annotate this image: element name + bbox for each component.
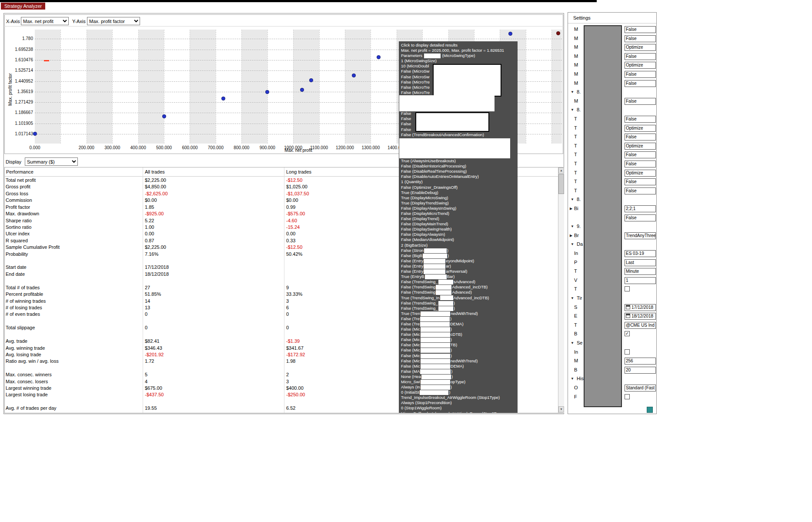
collapse-arrow-icon[interactable]: ▼: [571, 296, 574, 300]
accent-swatch[interactable]: [647, 407, 653, 413]
redaction-gap: [424, 54, 441, 58]
y-axis-title: Max. profit factor: [8, 74, 13, 106]
tooltip-line: False (EntryeyondMidpoint): [401, 258, 518, 264]
table-scrollbar[interactable]: ▲ ▼: [558, 167, 564, 413]
perf-label-cell: Probability: [6, 251, 140, 258]
scatter-point[interactable]: [377, 55, 381, 59]
y-tick-label: 1.017143: [11, 131, 33, 136]
settings-value-box[interactable]: False: [625, 116, 656, 123]
x-tick-label: 1300.000: [358, 145, 384, 150]
scatter-point[interactable]: [508, 32, 512, 36]
settings-value-box[interactable]: False: [625, 26, 656, 33]
tooltip-line: Always (Stop1Precondition): [401, 400, 518, 405]
settings-value-box[interactable]: @CME US Ind: [625, 322, 656, 329]
redaction-gap: [440, 295, 453, 300]
settings-value-box[interactable]: Optimize: [625, 125, 656, 132]
settings-row-label: In: [574, 349, 578, 355]
redaction-gap: [421, 364, 450, 369]
y-tick-label: 1.101905: [11, 121, 33, 126]
settings-value-box[interactable]: Standard (Fast: [625, 385, 656, 392]
settings-value-box[interactable]: False: [625, 214, 656, 221]
settings-checkbox[interactable]: [625, 394, 630, 399]
v-gridline: [397, 30, 397, 144]
settings-value-box[interactable]: False: [625, 35, 656, 42]
settings-value-box[interactable]: 2;2;1: [625, 205, 656, 212]
y-tick-label: 1.440952: [11, 79, 33, 84]
settings-row-label: T: [574, 179, 577, 184]
settings-checkbox[interactable]: [625, 286, 630, 291]
collapse-arrow-icon[interactable]: ▼: [571, 224, 574, 228]
settings-value-box[interactable]: Optimize: [625, 170, 656, 177]
col-header-long-trades[interactable]: Long trades: [286, 169, 311, 174]
settings-checkbox[interactable]: ✓: [625, 331, 630, 336]
all-trades-cell: $2,225.00: [145, 177, 283, 184]
redaction-gap: [421, 327, 450, 332]
collapse-arrow-icon[interactable]: ▼: [571, 341, 574, 345]
col-header-all-trades[interactable]: All trades: [145, 169, 165, 174]
settings-value-box[interactable]: 20: [625, 367, 656, 374]
perf-label-cell: # of winning trades: [6, 298, 140, 305]
settings-value-box[interactable]: Last: [625, 259, 656, 266]
settings-section-label: 8.: [577, 89, 581, 94]
v-gridline: [371, 30, 371, 144]
col-header-performance[interactable]: Performance: [6, 169, 33, 174]
scatter-point[interactable]: [33, 132, 37, 136]
y-tick-label: 1.35619: [11, 89, 33, 94]
scatter-point[interactable]: [162, 114, 166, 118]
expand-arrow-icon[interactable]: ▶: [570, 207, 572, 211]
collapse-arrow-icon[interactable]: ▼: [571, 377, 574, 381]
perf-label-cell: Max. drawdown: [6, 211, 140, 218]
settings-row-label: P: [574, 260, 577, 265]
scroll-down-button[interactable]: ▼: [558, 406, 564, 412]
scrollbar-thumb[interactable]: [558, 174, 564, 194]
redaction-gap: [421, 354, 450, 358]
settings-row-label: T: [574, 286, 577, 291]
column-stripe: [190, 30, 215, 144]
settings-value-box[interactable]: False: [625, 134, 656, 141]
redaction-gap: [436, 285, 451, 290]
calendar-icon[interactable]: [626, 305, 630, 309]
tooltip-line: Click to display detailed results: [401, 43, 518, 48]
settings-value-box[interactable]: Optimize: [625, 143, 656, 150]
all-trades-cell: 1.85: [145, 204, 283, 211]
settings-value-box[interactable]: Optimize: [625, 44, 656, 51]
settings-value-box[interactable]: TrendAnyThree: [625, 232, 656, 239]
settings-value-box[interactable]: False: [625, 53, 656, 60]
redaction-gap: [438, 301, 453, 306]
perf-label-cell: Gross profit: [6, 184, 140, 191]
all-trades-cell: 18/12/2018: [145, 271, 283, 278]
collapse-arrow-icon[interactable]: ▼: [571, 90, 574, 94]
expand-arrow-icon[interactable]: ▶: [570, 234, 572, 238]
scatter-point[interactable]: [221, 97, 225, 100]
selected-scatter-point[interactable]: [556, 31, 560, 35]
collapse-arrow-icon[interactable]: ▼: [571, 242, 574, 246]
settings-value-box[interactable]: 17/12/2018: [625, 304, 656, 311]
settings-value-box[interactable]: False: [625, 80, 656, 87]
settings-value-box[interactable]: 1: [625, 277, 656, 284]
settings-value-box[interactable]: False: [625, 98, 656, 105]
collapse-arrow-icon[interactable]: ▼: [571, 197, 574, 201]
calendar-icon[interactable]: [626, 314, 630, 318]
settings-value-box[interactable]: False: [625, 71, 656, 78]
display-select[interactable]: Summary ($): [25, 157, 78, 166]
settings-row-label: B: [574, 331, 577, 336]
scroll-up-button[interactable]: ▲: [558, 167, 564, 174]
redaction-gap: [424, 259, 445, 264]
settings-checkbox[interactable]: [625, 349, 630, 355]
settings-value-box[interactable]: False: [625, 178, 656, 185]
scatter-point[interactable]: [265, 90, 269, 94]
settings-value-box[interactable]: False: [625, 151, 656, 158]
v-gridline: [216, 30, 216, 144]
settings-value-box[interactable]: False: [625, 187, 656, 194]
redaction-gap: [424, 248, 447, 253]
settings-value-box[interactable]: ES 03-19: [625, 250, 656, 257]
settings-value-box[interactable]: Minute: [625, 268, 656, 275]
tooltip-line: False (MicDEMA): [401, 364, 518, 369]
settings-value-box[interactable]: Optimize: [625, 62, 656, 69]
settings-row-label: Bi: [574, 206, 578, 211]
settings-value-box[interactable]: 18/12/2018: [625, 313, 656, 320]
settings-value-box[interactable]: 256: [625, 358, 656, 365]
collapse-arrow-icon[interactable]: ▼: [571, 108, 574, 112]
settings-value-box[interactable]: False: [625, 161, 656, 167]
all-trades-cell: 51.85%: [145, 291, 283, 298]
